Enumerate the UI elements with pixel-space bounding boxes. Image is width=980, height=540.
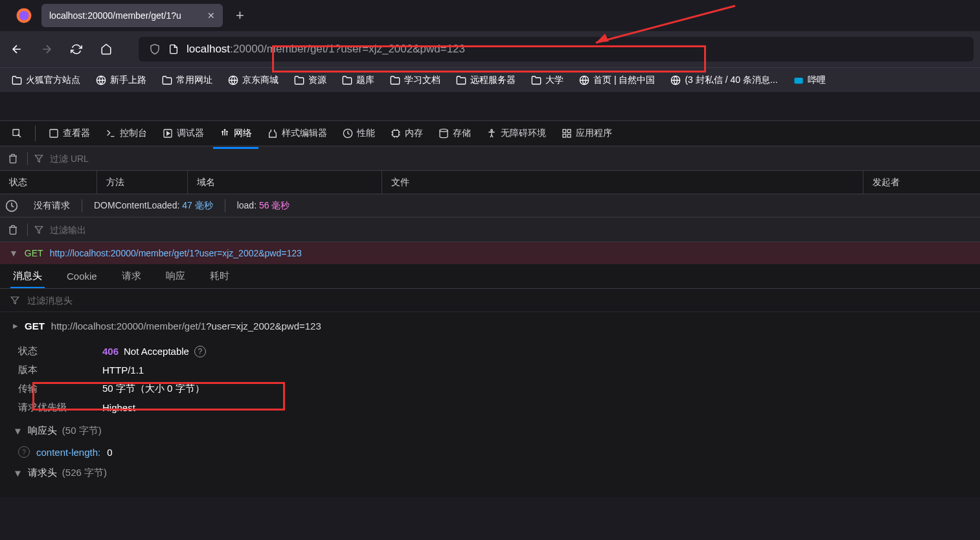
tab-timing[interactable]: 耗时 — [207, 265, 232, 287]
network-table-header: 状态 方法 域名 文件 发起者 — [0, 171, 980, 194]
request-url: http://localhost:20000/member/get/1?user… — [50, 248, 302, 258]
domcontentloaded-metric: DOMContentLoaded: 47 毫秒 — [94, 200, 213, 212]
funnel-icon — [34, 225, 43, 234]
tab-accessibility[interactable]: 无障碍环境 — [480, 124, 553, 143]
home-button[interactable] — [96, 39, 117, 60]
folder-icon — [294, 75, 304, 85]
funnel-icon — [34, 154, 43, 163]
request-row[interactable]: ▼ GET http://localhost:20000/member/get/… — [0, 242, 980, 264]
tab-storage[interactable]: 存储 — [432, 124, 477, 143]
filter-headers-input[interactable] — [0, 289, 980, 312]
back-button[interactable] — [6, 39, 27, 60]
svg-point-1 — [19, 11, 29, 21]
load-metric: load: 56 毫秒 — [237, 200, 290, 212]
tab-title: localhost:20000/member/get/1?u — [49, 10, 201, 21]
tv-icon — [793, 75, 804, 85]
devtools-toolbar: 查看器 控制台 调试器 网络 样式编辑器 性能 内存 存储 无障碍环境 应用程序 — [0, 120, 980, 146]
bookmark-item[interactable]: 京东商城 — [223, 72, 284, 89]
network-summary-bar: 没有请求 DOMContentLoaded: 47 毫秒 load: 56 毫秒 — [0, 194, 980, 218]
expand-icon[interactable]: ▸ — [13, 320, 18, 332]
tab-console[interactable]: 控制台 — [99, 124, 154, 143]
detail-tabs: 消息头 Cookie 请求 响应 耗时 — [0, 264, 980, 289]
globe-icon — [670, 75, 681, 85]
clear-button[interactable] — [5, 151, 21, 166]
svg-rect-8 — [50, 129, 58, 137]
bookmark-item[interactable]: 常用网址 — [157, 72, 218, 89]
svg-rect-15 — [567, 129, 571, 133]
reload-button[interactable] — [66, 39, 87, 60]
tab-response[interactable]: 响应 — [163, 265, 188, 287]
filter-url-input[interactable] — [34, 151, 242, 166]
bookmark-item[interactable]: (3 封私信 / 40 条消息... — [665, 72, 782, 89]
collapse-icon: ▼ — [13, 467, 23, 478]
headers-panel: ▸ GET http://localhost:20000/member/get/… — [0, 289, 980, 497]
col-initiator[interactable]: 发起者 — [863, 171, 980, 194]
browser-tab[interactable]: localhost:20000/member/get/1?u ✕ — [41, 4, 223, 27]
shield-icon — [149, 43, 161, 55]
status-text: Not Acceptable — [124, 346, 189, 357]
svg-rect-17 — [567, 134, 571, 137]
url-bar[interactable]: localhost:20000/member/get/1?user=xjz_20… — [139, 37, 974, 62]
bookmark-item[interactable]: 题库 — [337, 72, 380, 89]
folder-icon — [12, 75, 22, 85]
no-requests-label: 没有请求 — [34, 200, 70, 212]
collapse-icon[interactable]: ▼ — [9, 248, 18, 258]
folder-icon — [162, 75, 172, 85]
tab-style[interactable]: 样式编辑器 — [261, 124, 334, 143]
bookmark-item[interactable]: 新手上路 — [91, 72, 152, 89]
folder-icon — [531, 75, 541, 85]
col-method[interactable]: 方法 — [97, 171, 188, 194]
svg-rect-14 — [563, 129, 566, 133]
tab-memory[interactable]: 内存 — [384, 124, 429, 143]
folder-icon — [390, 75, 400, 85]
svg-rect-16 — [563, 134, 566, 137]
request-headers-section[interactable]: ▼ 请求头 (526 字节) — [0, 462, 980, 484]
bookmark-item[interactable]: 哔哩 — [788, 72, 831, 89]
tab-headers[interactable]: 消息头 — [10, 265, 45, 287]
tab-request[interactable]: 请求 — [119, 265, 144, 287]
nav-bar: localhost:20000/member/get/1?user=xjz_20… — [0, 31, 980, 67]
tab-inspector[interactable]: 查看器 — [42, 124, 97, 143]
bookmark-item[interactable]: 首页 | 自然中国 — [574, 72, 660, 89]
pick-element-button[interactable] — [5, 124, 28, 142]
help-icon[interactable]: ? — [18, 446, 30, 458]
tab-debugger[interactable]: 调试器 — [156, 124, 211, 143]
response-headers-section[interactable]: ▼ 响应头 (50 字节) — [0, 420, 980, 442]
col-domain[interactable]: 域名 — [188, 171, 382, 194]
request-method: GET — [25, 248, 43, 258]
folder-icon — [456, 75, 466, 85]
clear-output-button[interactable] — [5, 222, 21, 238]
col-status[interactable]: 状态 — [0, 171, 97, 194]
page-icon — [168, 44, 179, 54]
bookmark-item[interactable]: 资源 — [289, 72, 332, 89]
bookmark-item[interactable]: 远程服务器 — [451, 72, 521, 89]
header-item: ? content-length: 0 — [0, 442, 980, 462]
globe-icon — [579, 75, 589, 85]
col-file[interactable]: 文件 — [382, 171, 863, 194]
globe-icon — [96, 75, 106, 85]
close-tab-icon[interactable]: ✕ — [207, 10, 215, 21]
tab-network[interactable]: 网络 — [213, 124, 258, 143]
funnel-icon — [10, 296, 19, 305]
output-filter-bar — [0, 218, 980, 242]
clock-icon — [5, 199, 18, 212]
collapse-icon: ▼ — [13, 425, 23, 436]
new-tab-button[interactable]: + — [236, 7, 244, 24]
status-help-icon[interactable]: ? — [194, 346, 206, 357]
filter-output-input[interactable] — [34, 222, 242, 238]
svg-point-13 — [491, 129, 493, 131]
forward-button[interactable] — [36, 39, 57, 60]
tab-cookie[interactable]: Cookie — [64, 265, 100, 287]
bookmark-item[interactable]: 学习文档 — [385, 72, 446, 89]
status-code: 406 — [102, 346, 119, 357]
folder-icon — [342, 75, 352, 85]
bookmark-item[interactable]: 火狐官方站点 — [6, 72, 85, 89]
tab-bar: localhost:20000/member/get/1?u ✕ + — [0, 0, 980, 31]
version-row: 版本HTTP/1.1 — [18, 361, 962, 379]
svg-point-12 — [440, 129, 448, 131]
tab-performance[interactable]: 性能 — [336, 124, 382, 143]
bookmark-item[interactable]: 大学 — [526, 72, 569, 89]
tab-application[interactable]: 应用程序 — [555, 124, 619, 143]
request-summary: ▸ GET http://localhost:20000/member/get/… — [0, 312, 980, 339]
network-filter-bar — [0, 146, 980, 171]
